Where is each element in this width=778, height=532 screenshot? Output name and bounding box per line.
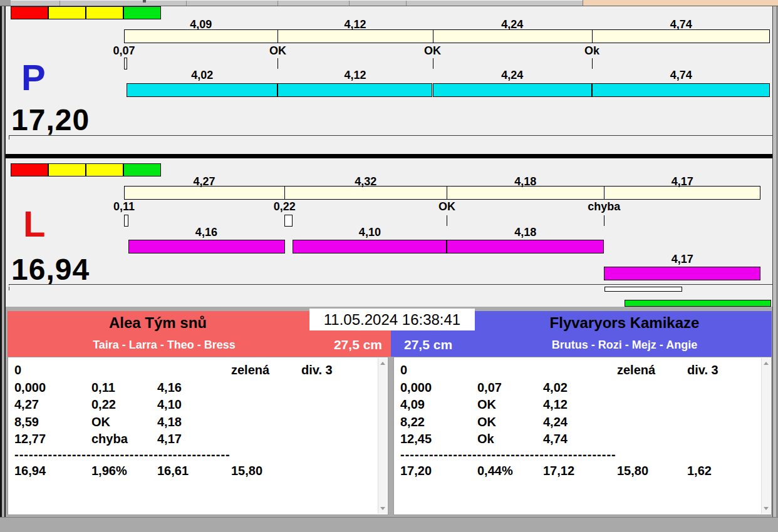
split-time-label: 4,18 xyxy=(514,176,536,187)
result-total-cell: 16,61 xyxy=(157,464,189,478)
result-total-cell: 17,20 xyxy=(400,464,432,478)
status-label: 0,22 xyxy=(274,201,296,212)
team-name: Alea Tým snů xyxy=(8,314,308,332)
result-cell: 0 xyxy=(14,363,21,377)
team-name: Flyvaryors Kamikaze xyxy=(477,314,772,332)
scroll-up-icon[interactable] xyxy=(380,362,385,365)
run-time-label: 4,16 xyxy=(195,227,217,238)
team-roster: Brutus - Rozi - Mejz - Angie xyxy=(477,339,772,351)
lane-letter: P xyxy=(21,59,46,96)
top-strip-separator xyxy=(349,1,350,6)
split-bar-divider xyxy=(604,187,604,199)
top-strip-separator xyxy=(60,1,60,6)
status-tick xyxy=(447,215,447,226)
status-label: chyba xyxy=(588,201,620,212)
lane-section-P: P 17,20 4,094,124,244,740,07OKOKOk4,024,… xyxy=(6,6,772,154)
result-total-cell: 15,80 xyxy=(617,464,648,478)
lane-letter: L xyxy=(23,206,45,242)
result-cell: 4,74 xyxy=(543,432,568,446)
team-results-left: 0zelenádiv. 30,0000,114,164,270,224,108,… xyxy=(8,357,388,515)
result-cell: 4,27 xyxy=(14,397,39,411)
run-time-label: 4,02 xyxy=(191,69,213,81)
result-total-cell: 15,80 xyxy=(231,464,262,478)
result-cell: div. 3 xyxy=(301,363,333,377)
top-strip-right-block xyxy=(583,0,778,6)
result-separator: ----------------------------------------… xyxy=(14,448,231,461)
split-bar-divider xyxy=(284,187,285,199)
result-cell: Ok xyxy=(477,432,494,446)
top-strip-separator xyxy=(406,1,407,6)
team-roster: Taira - Larra - Theo - Bress xyxy=(8,339,321,351)
status-label: OK xyxy=(438,201,455,212)
result-cell: 8,22 xyxy=(400,415,425,429)
result-cell: 4,18 xyxy=(157,415,182,429)
top-strip-separator xyxy=(186,1,187,6)
penalty-marker xyxy=(284,215,293,227)
status-tick xyxy=(604,215,604,226)
result-cell: zelená xyxy=(231,363,269,377)
scrollbar[interactable] xyxy=(761,358,770,514)
run-time-label: 4,74 xyxy=(670,69,692,81)
split-time-label: 4,24 xyxy=(501,19,523,30)
run-bar-segment xyxy=(277,83,432,97)
result-cell: 4,12 xyxy=(543,397,568,411)
status-tick xyxy=(592,58,593,69)
lane-section-L: L 16,94 4,274,324,184,170,110,22OKchyba4… xyxy=(6,158,772,285)
result-cell: OK xyxy=(477,397,496,411)
run-bar-segment xyxy=(293,240,447,253)
result-cell: chyba xyxy=(91,432,128,446)
result-total-cell: 17,12 xyxy=(543,464,574,478)
run-time-label: 4,17 xyxy=(672,253,693,265)
status-label: OK xyxy=(424,45,441,56)
team-distance: 27,5 cm xyxy=(404,337,452,352)
result-cell: 0,07 xyxy=(477,381,502,394)
result-cell: OK xyxy=(91,415,110,429)
lane-total-time: 17,20 xyxy=(11,105,90,135)
top-strip-highlight xyxy=(11,0,583,1)
run-bar-segment xyxy=(447,240,604,253)
split-time-label: 4,27 xyxy=(194,176,215,187)
penalty-marker xyxy=(124,215,128,227)
legend-segment xyxy=(11,163,48,176)
result-cell: OK xyxy=(477,415,496,429)
split-bar-divider xyxy=(277,30,278,43)
result-cell: 12,45 xyxy=(400,432,432,446)
lane-total-time: 16,94 xyxy=(11,255,90,285)
split-bar-divider xyxy=(592,30,593,43)
split-time-label: 4,12 xyxy=(344,19,366,30)
result-cell: 4,16 xyxy=(157,381,182,394)
status-label: 0,11 xyxy=(113,201,135,212)
window-left-border xyxy=(0,6,6,517)
legend-segment xyxy=(86,163,123,176)
split-bar-divider xyxy=(433,30,433,43)
result-cell: zelená xyxy=(617,363,655,377)
result-cell: 4,24 xyxy=(543,415,568,429)
window-corner xyxy=(0,0,11,6)
split-bar xyxy=(124,29,770,43)
run-bar-segment xyxy=(433,83,592,97)
scroll-down-icon[interactable] xyxy=(380,507,385,510)
run-time-label: 4,10 xyxy=(359,227,381,238)
result-cell: 0,11 xyxy=(91,381,115,394)
run-bar-segment xyxy=(128,240,285,253)
team-results-right: 0zelenádiv. 30,0000,074,024,09OK4,128,22… xyxy=(393,357,772,515)
run-bar-segment xyxy=(592,83,770,97)
result-total-cell: 0,44% xyxy=(477,464,513,478)
scroll-up-icon[interactable] xyxy=(764,362,769,365)
legend-segment xyxy=(48,163,86,176)
top-strip-notch xyxy=(143,0,146,3)
window-top-strip xyxy=(0,0,778,6)
scrollbar[interactable] xyxy=(378,358,387,514)
split-bar-divider xyxy=(447,187,447,199)
result-cell: 12,77 xyxy=(14,432,46,446)
lane-bottom-line xyxy=(9,135,772,136)
scroll-down-icon[interactable] xyxy=(764,507,769,510)
lane-line-tick xyxy=(9,136,9,140)
window-bottom-strip xyxy=(0,517,778,532)
split-time-label: 4,09 xyxy=(190,19,212,30)
result-cell: 4,10 xyxy=(157,397,182,411)
split-bar xyxy=(124,186,760,200)
partial-lane-tick xyxy=(9,287,9,290)
top-strip-separator xyxy=(277,1,278,6)
result-cell: 4,02 xyxy=(543,381,568,394)
